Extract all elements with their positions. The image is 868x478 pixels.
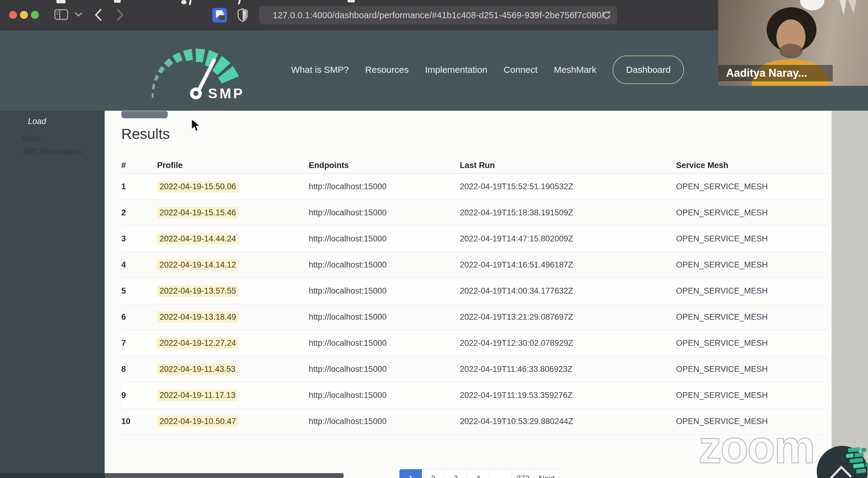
svg-text:zoom: zoom: [699, 424, 814, 473]
video-title-remnant: [181, 0, 187, 4]
table-row[interactable]: 92022-04-19-11.17.13http://localhost:150…: [121, 382, 828, 409]
close-button[interactable]: [9, 11, 17, 19]
profile-highlight: 2022-04-19-14.14.12: [157, 259, 238, 270]
cell-num: 7: [121, 339, 157, 348]
video-title-remnant: [114, 0, 121, 3]
mouse-cursor: [191, 119, 203, 133]
nav-item[interactable]: Connect: [504, 65, 538, 75]
cell-lastrun: 2022-04-19T13:21:29.087697Z: [460, 312, 676, 322]
minimize-button[interactable]: [20, 11, 28, 19]
cell-profile: 2022-04-19-15.15.46: [157, 207, 309, 218]
profile-highlight: 2022-04-19-10.50.47: [157, 416, 238, 427]
page-button[interactable]: 1: [399, 469, 422, 478]
table-row[interactable]: 72022-04-19-12.27.24http://localhost:150…: [121, 330, 828, 356]
sidebar-item[interactable]: Burst: [22, 134, 41, 144]
shield-extension-icon[interactable]: [237, 8, 249, 23]
cell-lastrun: 2022-04-19T14:47:15.802009Z: [460, 234, 676, 244]
collapsed-tab[interactable]: [121, 111, 168, 118]
cell-mesh: OPEN_SERVICE_MESH: [676, 208, 828, 218]
cell-mesh: OPEN_SERVICE_MESH: [676, 364, 828, 374]
cell-lastrun: 2022-04-19T11:19:53.359276Z: [460, 391, 676, 400]
forward-icon[interactable]: [117, 8, 124, 21]
table-row[interactable]: 22022-04-19-15.15.46http://localhost:150…: [121, 200, 828, 226]
cell-num: 2: [121, 208, 157, 218]
nav-item-dashboard[interactable]: Dashboard: [613, 56, 684, 84]
table-row[interactable]: 62022-04-19-13.18.49http://localhost:150…: [121, 304, 828, 330]
table-header-row: # Profile Endpoints Last Run Service Mes…: [121, 157, 828, 174]
nav-item[interactable]: Resources: [365, 65, 408, 75]
table-row[interactable]: 32022-04-19-14.44.24http://localhost:150…: [121, 226, 828, 252]
cell-lastrun: 2022-04-19T10:53:29.880244Z: [460, 417, 676, 426]
cell-lastrun: 2022-04-19T14:16:51.496187Z: [460, 260, 676, 269]
cell-endpoint: http://localhost:15000: [309, 417, 460, 426]
webcam-overlay[interactable]: Aaditya Naray...: [718, 0, 868, 86]
cell-endpoint: http://localhost:15000: [309, 208, 460, 218]
cell-lastrun: 2022-04-19T11:46:33.806923Z: [460, 364, 676, 374]
cell-num: 3: [121, 234, 157, 244]
page-button[interactable]: 3: [444, 469, 467, 478]
cell-profile: 2022-04-19-15.50.06: [157, 181, 309, 192]
chevron-down-icon[interactable]: [74, 12, 83, 17]
sidebar-item[interactable]: JWT Revocation: [22, 147, 82, 157]
video-title-remnant: [347, 0, 355, 2]
profile-highlight: 2022-04-19-11.17.13: [157, 390, 238, 401]
profile-highlight: 2022-04-19-13.18.49: [157, 312, 238, 323]
cell-endpoint: http://localhost:15000: [309, 234, 460, 244]
next-page-button[interactable]: Next: [534, 469, 559, 478]
video-title-remnant: [238, 0, 241, 5]
cell-num: 9: [121, 391, 157, 400]
col-header-profile: Profile: [157, 161, 309, 170]
reload-icon[interactable]: [601, 10, 612, 20]
page-title: Results: [121, 126, 170, 142]
scrollbar-track: [0, 473, 105, 478]
profile-highlight: 2022-04-19-15.50.06: [157, 181, 238, 192]
cell-profile: 2022-04-19-11.17.13: [157, 390, 309, 401]
table-row[interactable]: 12022-04-19-15.50.06http://localhost:150…: [121, 174, 828, 200]
horizontal-scrollbar[interactable]: [105, 473, 344, 478]
cell-mesh: OPEN_SERVICE_MESH: [676, 391, 828, 400]
nav-item[interactable]: What is SMP?: [291, 65, 349, 75]
profile-highlight: 2022-04-19-14.44.24: [157, 233, 238, 245]
table-row[interactable]: 42022-04-19-14.14.12http://localhost:150…: [121, 252, 828, 278]
cell-profile: 2022-04-19-14.14.12: [157, 259, 309, 270]
cell-profile: 2022-04-19-13.57.55: [157, 285, 309, 297]
col-header-endpoints: Endpoints: [309, 161, 460, 170]
sidebar-toggle-icon[interactable]: [54, 8, 68, 21]
page-button[interactable]: 272: [512, 469, 534, 478]
col-header-mesh: Service Mesh: [676, 161, 828, 170]
cell-num: 8: [121, 364, 157, 374]
cell-endpoint: http://localhost:15000: [309, 260, 460, 269]
cell-lastrun: 2022-04-19T15:18:38.191509Z: [460, 208, 676, 218]
cell-profile: 2022-04-19-13.18.49: [157, 312, 309, 323]
profile-highlight: 2022-04-19-12.27.24: [157, 338, 238, 349]
table-row[interactable]: 82022-04-19-11.43.53http://localhost:150…: [121, 356, 828, 382]
nav-item[interactable]: MeshMark: [554, 65, 596, 75]
layer5-logo-bug: [816, 443, 868, 478]
cell-num: 5: [121, 286, 157, 296]
page-button[interactable]: 2: [422, 469, 445, 478]
cell-lastrun: 2022-04-19T12:30:02.078929Z: [460, 339, 676, 348]
cell-mesh: OPEN_SERVICE_MESH: [676, 182, 828, 191]
video-title-remnant: [189, 0, 191, 5]
cell-num: 10: [121, 417, 157, 426]
table-row[interactable]: 52022-04-19-13.57.55http://localhost:150…: [121, 278, 828, 304]
address-bar[interactable]: 127.0.0.1:4000/dashboard/performance/#41…: [259, 6, 617, 24]
back-icon[interactable]: [95, 8, 102, 21]
cell-endpoint: http://localhost:15000: [309, 312, 460, 322]
page-button[interactable]: …: [489, 469, 512, 478]
cell-endpoint: http://localhost:15000: [309, 182, 460, 191]
bookmark-lock-extension-icon[interactable]: [212, 8, 227, 23]
cell-endpoint: http://localhost:15000: [309, 364, 460, 374]
page-button[interactable]: 4: [467, 469, 490, 478]
sidebar-item[interactable]: Load: [28, 117, 46, 126]
nav-item[interactable]: Implementation: [425, 65, 487, 75]
profile-highlight: 2022-04-19-11.43.53: [157, 364, 238, 375]
cell-mesh: OPEN_SERVICE_MESH: [676, 286, 828, 296]
table-body: 12022-04-19-15.50.06http://localhost:150…: [121, 174, 828, 435]
gauge-pivot: [192, 89, 200, 98]
cell-num: 1: [121, 182, 157, 191]
cell-endpoint: http://localhost:15000: [309, 391, 460, 400]
cell-mesh: OPEN_SERVICE_MESH: [676, 339, 828, 348]
screen: 127.0.0.1:4000/dashboard/performance/#41…: [0, 0, 868, 478]
fullscreen-button[interactable]: [31, 11, 39, 19]
